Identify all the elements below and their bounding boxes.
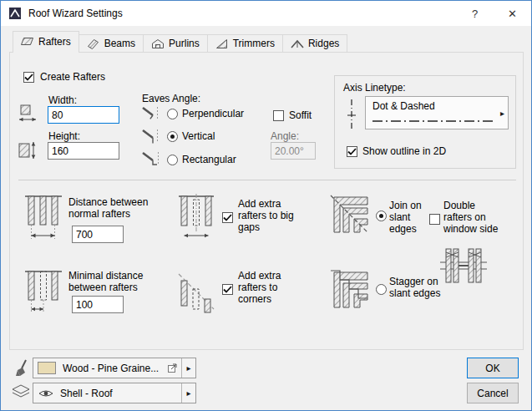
roof-wizard-dialog: Roof Wizard Settings ? ✕ Create Rafters …: [0, 0, 532, 411]
soffit-checkbox[interactable]: [273, 110, 284, 121]
help-button[interactable]: ?: [456, 1, 494, 26]
stagger-slant-edges-icon: [329, 269, 369, 309]
layer-selector[interactable]: Shell - Roof ▸: [33, 383, 196, 403]
eaves-perpendicular-radio[interactable]: [167, 109, 178, 119]
height-label: Height:: [48, 130, 80, 142]
tab-purlins[interactable]: Purlins: [143, 34, 208, 53]
join-slant-label: Join on slant edges: [389, 200, 434, 235]
tab-label: Trimmers: [233, 38, 275, 49]
eaves-vertical-icon: [140, 127, 160, 145]
beams-icon: [87, 38, 100, 49]
layers-icon: [12, 384, 30, 399]
rafter-height-icon: [18, 141, 37, 160]
normal-distance-label: Distance between normal rafters: [68, 196, 169, 220]
ridges-icon: [291, 38, 304, 49]
tab-label: Rafters: [38, 36, 71, 48]
width-label: Width:: [48, 94, 77, 106]
eaves-angle-title: Eaves Angle:: [142, 93, 200, 104]
extra-big-gaps-label: Add extra rafters to big gaps: [238, 198, 308, 233]
create-rafters-checkbox[interactable]: [23, 72, 34, 83]
checkmark-icon: [223, 214, 232, 221]
double-rafters-checkbox[interactable]: [429, 214, 440, 225]
eaves-rectangular-label: Rectangular: [182, 154, 236, 165]
create-rafters-label: Create Rafters: [40, 71, 105, 83]
minimal-distance-label: Minimal distance between rafters: [68, 270, 162, 293]
tab-beams[interactable]: Beams: [79, 34, 144, 53]
soffit-label: Soffit: [289, 109, 312, 121]
checkmark-icon: [24, 74, 33, 81]
tab-ridges[interactable]: Ridges: [282, 34, 347, 53]
angle-input: [271, 142, 316, 160]
double-rafters-label: Double rafters on window side: [443, 200, 499, 235]
material-swatch: [38, 362, 56, 374]
attribute-picker-icon[interactable]: [167, 363, 178, 373]
tab-label: Purlins: [169, 38, 200, 49]
normal-rafter-distance-icon: [23, 192, 63, 246]
surface-selector[interactable]: Wood - Pine Graine... ▸: [33, 358, 196, 378]
titlebar: Roof Wizard Settings ? ✕: [1, 1, 531, 26]
double-rafters-window-icon: [439, 244, 488, 287]
extra-big-gaps-checkbox[interactable]: [222, 212, 233, 223]
angle-label: Angle:: [271, 130, 299, 142]
extra-corners-checkbox[interactable]: [222, 284, 233, 295]
show-outline-checkbox[interactable]: [347, 146, 357, 157]
rafter-width-icon: [18, 104, 37, 123]
normal-distance-input[interactable]: [72, 226, 124, 243]
checkmark-icon: [347, 148, 357, 155]
extra-corners-label: Add extra rafters to corners: [238, 270, 308, 305]
app-icon: [8, 7, 22, 20]
extra-rafters-big-gaps-icon: [177, 192, 215, 246]
height-input[interactable]: [48, 142, 119, 160]
minimal-distance-input[interactable]: [72, 296, 124, 313]
linetype-combo[interactable]: Dot & Dashed ▸: [365, 96, 509, 129]
eaves-perpendicular-icon: [140, 104, 160, 123]
axis-linetype-group: Axis Linetype: Dot & Dashed ▸ Show outli…: [334, 75, 516, 169]
layer-selector-arrow[interactable]: ▸: [181, 383, 195, 403]
checkmark-icon: [223, 286, 232, 293]
ok-button[interactable]: OK: [467, 358, 519, 378]
join-slant-radio[interactable]: [376, 211, 387, 221]
vertical-linetype-icon: [343, 98, 360, 133]
eaves-vertical-label: Vertical: [182, 130, 215, 142]
eaves-rectangular-icon: [140, 150, 160, 168]
purlins-icon: [151, 38, 165, 49]
rafters-tab-panel: Create Rafters Width: Height: Eaves Angl…: [9, 52, 524, 350]
tab-trimmers[interactable]: Trimmers: [207, 34, 283, 53]
arrow-right-icon: ▸: [186, 364, 190, 373]
eaves-vertical-radio[interactable]: [167, 131, 178, 142]
surface-brush-icon: [14, 358, 29, 378]
stagger-slant-radio[interactable]: [376, 284, 387, 295]
eye-icon: [38, 388, 53, 398]
axis-linetype-title: Axis Linetype:: [343, 82, 406, 94]
arrow-right-icon: ▸: [186, 389, 190, 398]
extra-rafters-corners-icon: [177, 269, 215, 321]
rafters-icon: [21, 36, 34, 47]
minimal-rafter-distance-icon: [23, 267, 63, 321]
width-input[interactable]: [48, 106, 119, 124]
dot-dashed-preview-icon: [371, 119, 496, 124]
close-button[interactable]: ✕: [494, 1, 531, 26]
eaves-perpendicular-label: Perpendicular: [182, 108, 244, 119]
tab-label: Beams: [104, 38, 135, 49]
eaves-rectangular-radio[interactable]: [167, 155, 178, 165]
layer-value: Shell - Roof: [60, 388, 181, 399]
trimmers-icon: [215, 38, 229, 49]
surface-value: Wood - Pine Graine...: [63, 363, 167, 374]
join-slant-edges-icon: [329, 194, 369, 234]
tab-rafters[interactable]: Rafters: [13, 31, 79, 53]
linetype-combo-arrow-icon[interactable]: ▸: [500, 109, 504, 118]
cancel-button[interactable]: Cancel: [467, 383, 519, 403]
surface-selector-arrow[interactable]: ▸: [181, 358, 195, 378]
show-outline-label: Show outline in 2D: [362, 145, 446, 157]
section-divider: [18, 180, 516, 180]
tab-bar: Rafters Beams Purlins Trimmers Ridges: [13, 34, 347, 53]
linetype-value: Dot & Dashed: [372, 100, 435, 112]
window-title: Roof Wizard Settings: [28, 8, 123, 19]
tab-label: Ridges: [308, 38, 339, 49]
